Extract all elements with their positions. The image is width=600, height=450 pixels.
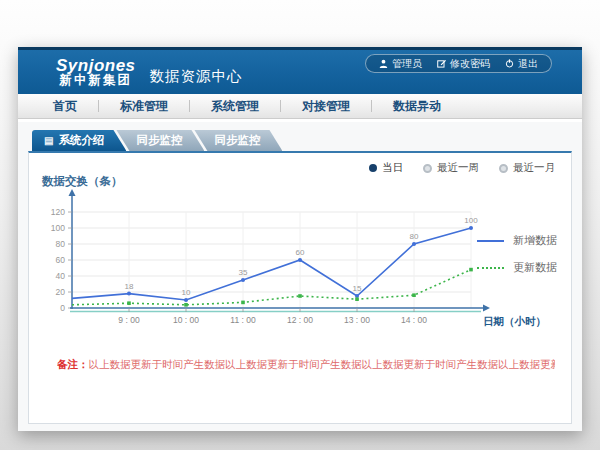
tab-label: 系统介绍 — [58, 133, 104, 148]
change-password-label: 修改密码 — [450, 57, 490, 71]
svg-text:13 : 00: 13 : 00 — [344, 315, 370, 325]
range-selector: 当日 最近一周 最近一月 — [369, 161, 555, 175]
footnote-prefix: 备注： — [57, 358, 89, 370]
dotted-line-icon — [477, 267, 504, 269]
page-title: 数据资源中心 — [150, 59, 243, 86]
svg-text:35: 35 — [239, 268, 248, 277]
company-name: 新中新集团 — [56, 74, 136, 87]
svg-text:100: 100 — [51, 223, 65, 233]
chart-legend: 新增数据 更新数据 — [477, 233, 557, 287]
content-area: ▤ 系统介绍 同步监控 同步监控 当日 最近一周 — [18, 122, 582, 431]
range-option-last-week[interactable]: 最近一周 — [423, 161, 479, 175]
svg-text:14 : 00: 14 : 00 — [401, 315, 427, 325]
solid-line-icon — [477, 240, 504, 242]
app-window: Synjones 新中新集团 数据资源中心 管理员 修改密码 退出 — [18, 47, 582, 431]
nav-item-interface-mgmt[interactable]: 对接管理 — [281, 98, 371, 115]
radio-unselected-icon — [499, 164, 508, 173]
nav-item-home[interactable]: 首页 — [32, 98, 98, 115]
svg-text:20: 20 — [56, 287, 66, 297]
svg-text:40: 40 — [56, 271, 66, 281]
footnote: 备注：以上数据更新于时间产生数据以上数据更新于时间产生数据以上数据更新于时间产生… — [57, 358, 555, 372]
main-nav: 首页 标准管理 系统管理 对接管理 数据异动 — [18, 94, 582, 119]
svg-text:10 : 00: 10 : 00 — [173, 315, 199, 325]
svg-text:80: 80 — [56, 239, 66, 249]
svg-text:0: 0 — [60, 303, 65, 313]
svg-text:18: 18 — [125, 282, 134, 291]
svg-text:60: 60 — [296, 248, 305, 257]
svg-text:120: 120 — [51, 207, 65, 217]
tab-system-intro[interactable]: ▤ 系统介绍 — [32, 130, 126, 151]
svg-text:数据交换（条）: 数据交换（条） — [41, 174, 123, 188]
legend-item-new-data: 新增数据 — [477, 233, 557, 248]
nav-item-standard-mgmt[interactable]: 标准管理 — [99, 98, 189, 115]
range-option-today[interactable]: 当日 — [369, 161, 403, 175]
user-icon — [379, 59, 388, 68]
chart-panel: 当日 最近一周 最近一月 0204060801001209 : 0010 : 0… — [28, 151, 572, 424]
logout-label: 退出 — [518, 57, 538, 71]
document-icon: ▤ — [44, 135, 53, 146]
admin-user-label: 管理员 — [392, 57, 422, 71]
nav-item-system-mgmt[interactable]: 系统管理 — [190, 98, 280, 115]
legend-label: 新增数据 — [513, 233, 557, 248]
edit-icon — [437, 59, 446, 68]
brand-logo: Synjones 新中新集团 — [56, 57, 136, 87]
svg-text:11 : 00: 11 : 00 — [230, 315, 256, 325]
svg-text:15: 15 — [353, 284, 362, 293]
tab-label: 同步监控 — [136, 133, 182, 148]
svg-text:10: 10 — [182, 288, 191, 297]
svg-text:12 : 00: 12 : 00 — [287, 315, 313, 325]
brand-name: Synjones — [56, 57, 136, 74]
tab-sync-monitor-2[interactable]: 同步监控 — [194, 130, 282, 151]
nav-item-data-change[interactable]: 数据异动 — [372, 98, 462, 115]
admin-user[interactable]: 管理员 — [379, 57, 422, 71]
svg-text:80: 80 — [410, 232, 419, 241]
logout-button[interactable]: 退出 — [505, 57, 538, 71]
tab-label: 同步监控 — [214, 133, 260, 148]
legend-item-update-data: 更新数据 — [477, 260, 557, 275]
tab-sync-monitor-1[interactable]: 同步监控 — [116, 130, 204, 151]
radio-unselected-icon — [423, 164, 432, 173]
range-option-last-month[interactable]: 最近一月 — [499, 161, 555, 175]
power-icon — [505, 59, 514, 68]
svg-text:9 : 00: 9 : 00 — [118, 315, 140, 325]
tab-bar: ▤ 系统介绍 同步监控 同步监控 — [32, 130, 582, 151]
change-password-button[interactable]: 修改密码 — [437, 57, 490, 71]
radio-selected-icon — [369, 164, 377, 172]
svg-text:60: 60 — [56, 255, 66, 265]
svg-text:100: 100 — [464, 216, 478, 225]
legend-label: 更新数据 — [513, 260, 557, 275]
footnote-text: 以上数据更新于时间产生数据以上数据更新于时间产生数据以上数据更新于时间产生数据以… — [89, 358, 556, 370]
user-menu: 管理员 修改密码 退出 — [365, 54, 552, 73]
app-header: Synjones 新中新集团 数据资源中心 管理员 修改密码 退出 — [18, 50, 582, 94]
svg-text:日期（小时）: 日期（小时） — [483, 315, 546, 328]
